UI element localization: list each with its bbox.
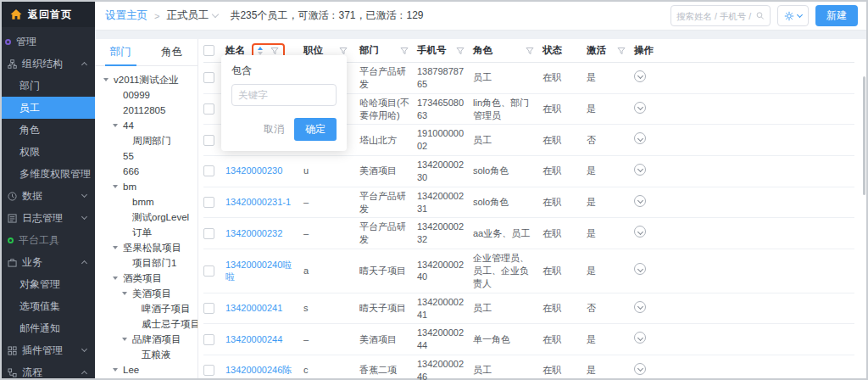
filter-confirm-button[interactable]: 确定 xyxy=(294,118,337,141)
row-actions-dropdown-icon[interactable] xyxy=(634,332,646,344)
tree-node[interactable]: 订单 xyxy=(95,225,198,240)
row-actions-dropdown-icon[interactable] xyxy=(634,363,646,375)
tree-node-label: 55 xyxy=(123,151,134,161)
filter-icon[interactable] xyxy=(617,47,626,55)
sidebar-group-business[interactable]: 业务 xyxy=(2,251,95,273)
search-input[interactable] xyxy=(676,11,753,21)
employee-name-link[interactable]: 13420000231-1 xyxy=(225,196,303,209)
sidebar-item-option-sets[interactable]: 选项值集 xyxy=(2,295,95,317)
row-actions-dropdown-icon[interactable] xyxy=(634,70,646,82)
row-checkbox[interactable] xyxy=(203,165,214,176)
employee-name-link[interactable]: 13420000230 xyxy=(225,165,303,177)
sidebar-item-email-notice[interactable]: 邮件通知 xyxy=(2,317,95,339)
filter-icon[interactable] xyxy=(270,47,279,55)
sidebar-item-permission[interactable]: 权限 xyxy=(2,141,95,163)
settings-dropdown-button[interactable] xyxy=(777,5,809,26)
row-actions-dropdown-icon[interactable] xyxy=(634,226,646,238)
sidebar-group-org-structure[interactable]: 组织结构 xyxy=(2,53,95,75)
employee-name-link[interactable]: 13420000244 xyxy=(225,333,303,346)
row-checkbox[interactable] xyxy=(203,72,214,83)
tree-node[interactable]: 项目部门1 xyxy=(95,255,198,271)
filter-cancel-button[interactable]: 取消 xyxy=(264,122,284,137)
tree-caret-icon xyxy=(122,338,132,341)
sidebar-group-log-manage[interactable]: 日志管理 xyxy=(2,207,95,229)
phone-cell: 13879878765 xyxy=(417,65,473,91)
row-checkbox[interactable] xyxy=(203,135,214,146)
row-checkbox[interactable] xyxy=(203,334,214,345)
sort-icon[interactable] xyxy=(258,47,263,55)
tree-node[interactable]: 威士忌子项目 xyxy=(95,316,198,332)
sidebar-item-object-manage[interactable]: 对象管理 xyxy=(2,273,95,295)
department-cell: 塔山北方 xyxy=(359,134,417,147)
sidebar-item-manage[interactable]: 管理 xyxy=(2,31,95,53)
sidebar-item-multidim-permission[interactable]: 多维度权限管理 xyxy=(2,163,95,185)
tree-node[interactable]: 测试orgLevel xyxy=(95,210,198,225)
roles-cell: lin角色、部门管理员 xyxy=(473,97,542,122)
phone-cell: 19100000002 xyxy=(417,127,473,153)
tree-node[interactable]: 坚果松鼠项目 xyxy=(95,240,198,255)
tree-node[interactable]: 20112805 xyxy=(95,103,198,118)
breadcrumb-current-dropdown[interactable]: 正式员工 xyxy=(166,8,218,23)
sidebar-item-role[interactable]: 角色 xyxy=(2,119,95,141)
employee-name-link[interactable]: 13420000232 xyxy=(225,227,303,240)
sidebar-group-plugin-manage[interactable]: 插件管理 xyxy=(2,339,95,361)
row-checkbox[interactable] xyxy=(203,228,214,239)
sidebar-item-platform-tools[interactable]: 平台工具 xyxy=(2,229,95,251)
sidebar-item-employee[interactable]: 员工 xyxy=(2,97,95,119)
tree-node[interactable]: 666 xyxy=(95,164,198,179)
filter-icon[interactable] xyxy=(526,47,534,55)
tree-node[interactable]: Lee xyxy=(95,362,198,377)
row-actions-dropdown-icon[interactable] xyxy=(634,102,646,114)
row-actions-dropdown-icon[interactable] xyxy=(634,263,646,275)
breadcrumb-home-link[interactable]: 设置主页 xyxy=(105,8,147,23)
activated-cell: 否 xyxy=(587,302,634,315)
sidebar-item-department[interactable]: 部门 xyxy=(2,75,95,97)
tree-node[interactable]: v2011测试企业 xyxy=(95,72,198,87)
filter-icon[interactable] xyxy=(339,47,348,55)
employee-name-link[interactable]: 13420000246陈 xyxy=(225,364,303,377)
tree-node[interactable]: 啤酒子项目 xyxy=(95,301,198,316)
department-cell: 美酒项目 xyxy=(359,165,417,177)
back-home-button[interactable]: 返回首页 xyxy=(2,2,95,27)
vertical-scrollbar[interactable] xyxy=(863,76,865,195)
row-checkbox[interactable] xyxy=(203,265,214,277)
tree-node-label: 周周部门 xyxy=(132,135,171,148)
tree-node[interactable]: 品牌酒项目 xyxy=(95,332,198,347)
chevron-up-icon xyxy=(81,62,87,68)
tree-node[interactable]: 00999 xyxy=(95,87,198,103)
filter-icon[interactable] xyxy=(400,47,409,55)
phone-cell: 13420000241 xyxy=(417,296,473,321)
employee-name-link[interactable]: 13420000240啦啦 xyxy=(225,259,303,284)
roles-cell: 员工 xyxy=(473,302,542,315)
filter-icon[interactable] xyxy=(456,47,465,55)
tab-role[interactable]: 角色 xyxy=(147,39,198,65)
create-button[interactable]: 新建 xyxy=(815,5,858,26)
tree-node[interactable]: bm xyxy=(95,179,198,194)
row-actions-dropdown-icon[interactable] xyxy=(634,195,646,207)
sidebar-group-data[interactable]: 数据 xyxy=(2,185,95,207)
tree-node[interactable]: 55 xyxy=(95,148,198,164)
tree-node[interactable]: 酒类项目 xyxy=(95,271,198,286)
row-actions-dropdown-icon[interactable] xyxy=(634,132,646,144)
tree-node[interactable]: 五粮液 xyxy=(95,347,198,362)
tree-node[interactable]: bmm xyxy=(95,194,198,210)
activated-cell: 是 xyxy=(587,71,634,84)
row-checkbox[interactable] xyxy=(203,103,214,115)
row-actions-dropdown-icon[interactable] xyxy=(634,164,646,176)
row-checkbox[interactable] xyxy=(203,303,214,314)
filter-keyword-input[interactable] xyxy=(231,84,337,106)
employee-name-link[interactable]: 13420000241 xyxy=(225,302,303,315)
select-all-cell xyxy=(203,45,225,56)
tree-node-label: 订单 xyxy=(132,226,152,239)
table-row: 13420000244 – 美酒项目 13420000244 单一角色 在职 是 xyxy=(203,324,854,355)
row-checkbox[interactable] xyxy=(203,197,214,208)
column-header-status: 状态 xyxy=(542,44,587,57)
tab-department[interactable]: 部门 xyxy=(95,39,147,65)
sidebar-group-workflow[interactable]: 流程 xyxy=(2,361,95,378)
tree-node[interactable]: 美酒项目 xyxy=(95,286,198,301)
row-checkbox[interactable] xyxy=(203,365,214,376)
select-all-checkbox[interactable] xyxy=(203,45,214,56)
tree-node[interactable]: 44 xyxy=(95,118,198,133)
row-actions-dropdown-icon[interactable] xyxy=(634,301,646,313)
tree-node[interactable]: 周周部门 xyxy=(95,133,198,148)
